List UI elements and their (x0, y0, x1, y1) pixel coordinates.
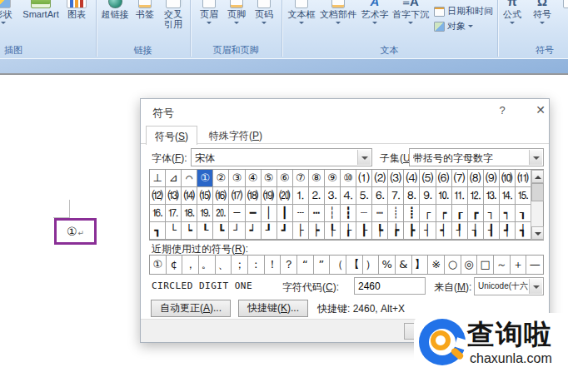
symbol-cell[interactable]: ┒ (516, 205, 531, 222)
symbol-cell[interactable]: ⑼ (484, 170, 500, 187)
symbol-cell[interactable]: ┙ (246, 222, 262, 240)
symbol-cell[interactable]: ┪ (516, 222, 531, 240)
symbol-cell[interactable]: ⒒ (452, 187, 468, 205)
symbol-cell[interactable]: ┅ (309, 205, 325, 222)
symbol-cell[interactable]: ⒀ (166, 187, 182, 205)
symbol-cell[interactable]: ⒃ (213, 187, 229, 205)
symbol-cell[interactable]: ⑾ (516, 170, 531, 187)
symbol-cell[interactable]: ⑦ (293, 170, 309, 187)
symbol-cell[interactable]: ⒊ (325, 187, 341, 205)
symbol-cell[interactable]: ┣ (404, 222, 420, 240)
symbol-cell[interactable]: ┊ (388, 205, 404, 222)
chevron-down-icon[interactable] (529, 150, 542, 165)
symbol-cell[interactable]: ┗ (213, 222, 229, 240)
symbol-cell[interactable]: ┄ (293, 205, 309, 222)
chevron-down-icon[interactable] (529, 279, 542, 294)
symbol-cell[interactable]: ┦ (452, 222, 468, 240)
recent-symbol-cell[interactable]: □ (477, 256, 494, 274)
symbol-cell[interactable]: ⑻ (468, 170, 484, 187)
ribbon-item-hyperlink[interactable]: 超链接 (98, 0, 132, 19)
recent-symbol-cell[interactable]: 。 (199, 256, 216, 274)
ribbon-item-symbol[interactable]: Ω 符号 (530, 0, 555, 24)
symbol-cell[interactable]: ⒓ (468, 187, 484, 205)
symbol-cell[interactable]: ┓ (150, 222, 166, 240)
dialog-titlebar[interactable]: 符号 ? ✕ (141, 99, 549, 124)
symbol-cell[interactable]: ⒋ (341, 187, 356, 205)
recent-symbol-cell[interactable]: 【 (346, 256, 363, 274)
symbol-cell[interactable]: ⒇ (277, 187, 293, 205)
scroll-down-icon[interactable] (531, 226, 544, 240)
symbol-cell[interactable]: ⑤ (262, 170, 277, 187)
symbol-cell[interactable]: ⒎ (388, 187, 404, 205)
symbol-cell[interactable]: ┇ (341, 205, 356, 222)
ribbon-item-footer[interactable]: 页脚 (224, 0, 249, 24)
symbol-cell[interactable]: ┉ (372, 205, 388, 222)
symbol-cell[interactable]: ┎ (452, 205, 468, 222)
recent-symbol-cell[interactable]: 】 (412, 256, 429, 274)
symbol-cell[interactable]: ⑨ (325, 170, 341, 187)
symbol-cell[interactable]: ┛ (277, 222, 293, 240)
symbol-cell[interactable]: ⒛ (213, 205, 229, 222)
symbol-cell[interactable]: ─ (229, 205, 245, 222)
symbol-cell[interactable]: ┥ (436, 222, 452, 240)
recent-symbol-cell[interactable]: ～ (494, 256, 511, 274)
from-dropdown[interactable]: Unicode(十六进制) (474, 277, 544, 295)
ribbon-item-bookmark[interactable]: 书签 (132, 0, 157, 19)
autocorrect-button[interactable]: 自动更正(A)... (151, 300, 231, 317)
symbol-cell[interactable]: ⒏ (404, 187, 420, 205)
symbol-cell[interactable]: ┑ (500, 205, 516, 222)
symbol-cell[interactable]: ⒂ (197, 187, 213, 205)
symbol-cell[interactable]: ┏ (468, 205, 484, 222)
symbol-cell[interactable]: ┡ (372, 222, 388, 240)
recent-symbol-cell[interactable]: ） (363, 256, 380, 274)
recent-symbol-cell[interactable]: — (526, 256, 543, 274)
symbol-cell[interactable]: ① (197, 170, 213, 187)
symbol-cell[interactable]: ⑩ (341, 170, 356, 187)
ribbon-item-header[interactable]: 页眉 (197, 0, 222, 24)
recent-symbol-cell[interactable]: ？ (281, 256, 297, 274)
ribbon-item-page-number[interactable]: 页码 (252, 0, 277, 24)
ribbon-item-quick-parts[interactable]: 文档部件 (317, 0, 359, 24)
recent-symbol-cell[interactable]: 、 (216, 256, 232, 274)
symbol-cell[interactable]: ├ (293, 222, 309, 240)
symbol-cell[interactable]: ⒄ (229, 187, 245, 205)
scrollbar-thumb[interactable] (531, 183, 544, 201)
symbol-cell[interactable]: ⊥ (150, 170, 166, 187)
symbol-cell[interactable]: └ (166, 222, 182, 240)
recent-symbol-cell[interactable]: （ (330, 256, 346, 274)
help-button[interactable]: ? (494, 104, 511, 119)
symbol-cell[interactable]: ⒍ (372, 187, 388, 205)
tab-special-characters[interactable]: 特殊字符(P) (201, 126, 271, 144)
symbol-cell[interactable]: ┤ (420, 222, 436, 240)
symbol-cell[interactable]: ┝ (309, 222, 325, 240)
symbol-cell[interactable]: ⑹ (436, 170, 452, 187)
recent-symbol-cell[interactable]: ※ (428, 256, 445, 274)
tab-symbols[interactable]: 符号(S) (146, 126, 197, 145)
symbol-cell[interactable]: ┩ (500, 222, 516, 240)
symbol-cell[interactable]: ┘ (229, 222, 245, 240)
symbol-cell[interactable]: ━ (246, 205, 262, 222)
ribbon-item-clipped[interactable] (561, 0, 568, 9)
subset-dropdown[interactable]: 带括号的字母数字 (409, 148, 544, 166)
ribbon-item-date-time[interactable]: 日期和时间 (434, 5, 493, 17)
symbol-cell[interactable]: ⒗ (150, 205, 166, 222)
recent-symbol-cell[interactable]: % (379, 256, 396, 274)
symbol-cell[interactable]: ⒔ (484, 187, 500, 205)
recent-symbol-cell[interactable]: ； (232, 256, 248, 274)
symbol-cell[interactable]: ⑺ (452, 170, 468, 187)
ribbon-item-drop-cap[interactable]: ≡A 首字下沉 (390, 0, 431, 24)
recent-symbol-cell[interactable]: ◎ (461, 256, 478, 274)
symbol-cell[interactable]: ┢ (388, 222, 404, 240)
ribbon-item-chart[interactable]: 图表 (63, 0, 90, 19)
symbol-cell[interactable]: ⒆ (262, 187, 277, 205)
symbol-cell[interactable]: ⒅ (246, 187, 262, 205)
recent-symbol-cell[interactable]: “ (297, 256, 314, 274)
symbol-cell[interactable]: ┌ (420, 205, 436, 222)
font-dropdown[interactable]: 宋体 (191, 148, 372, 166)
symbol-cell[interactable]: ┕ (182, 222, 197, 240)
recent-symbol-cell[interactable]: ＋ (511, 256, 527, 274)
symbol-cell[interactable]: ┟ (341, 222, 356, 240)
ribbon-item-textbox[interactable]: 文本框 (286, 0, 317, 24)
ribbon-item-cross-reference[interactable]: 交叉 引用 (158, 0, 188, 29)
recent-symbol-cell[interactable]: ， (182, 256, 199, 274)
